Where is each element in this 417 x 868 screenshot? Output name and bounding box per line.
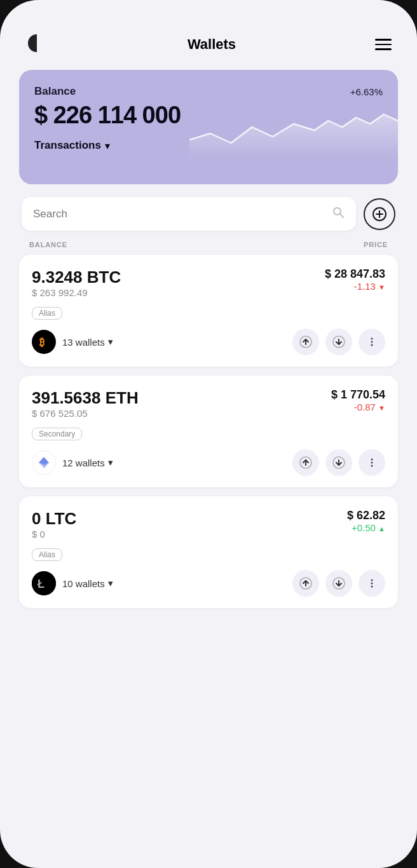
transactions-label: Transactions bbox=[34, 139, 101, 152]
svg-point-32 bbox=[371, 586, 373, 588]
ltc-alias-badge: Alias bbox=[32, 548, 62, 561]
balance-column-header: BALANCE bbox=[29, 241, 67, 248]
svg-point-11 bbox=[371, 338, 373, 340]
svg-point-22 bbox=[371, 462, 373, 464]
svg-point-12 bbox=[371, 341, 373, 343]
ltc-identity: Ł 10 wallets ▾ bbox=[32, 571, 113, 595]
btc-logo: ₿ bbox=[32, 330, 56, 354]
btc-send-button[interactable] bbox=[292, 329, 319, 355]
eth-change: -0.87 bbox=[331, 402, 385, 412]
chevron-down-icon: ▾ bbox=[108, 457, 113, 468]
ltc-actions bbox=[292, 570, 385, 597]
search-input[interactable] bbox=[33, 208, 325, 220]
eth-receive-button[interactable] bbox=[325, 449, 352, 476]
svg-text:Ł: Ł bbox=[38, 578, 44, 590]
ltc-card: 0 LTC $ 0 $ 62.82 +0.50 Alias Ł bbox=[19, 496, 398, 608]
eth-identity: 12 wallets ▾ bbox=[32, 451, 113, 475]
svg-point-31 bbox=[371, 583, 373, 585]
svg-point-23 bbox=[371, 465, 373, 467]
svg-text:₿: ₿ bbox=[39, 337, 44, 348]
logo bbox=[25, 32, 48, 57]
btc-receive-button[interactable] bbox=[325, 329, 352, 355]
search-icon bbox=[332, 206, 345, 222]
ltc-balance: 0 LTC bbox=[32, 509, 76, 529]
svg-marker-0 bbox=[189, 114, 398, 159]
search-box bbox=[22, 197, 356, 231]
btc-change: -1.13 bbox=[325, 281, 385, 292]
svg-point-21 bbox=[371, 459, 373, 461]
eth-alias-badge: Secondary bbox=[32, 428, 82, 440]
eth-actions bbox=[292, 449, 385, 476]
page-title: Wallets bbox=[188, 36, 236, 53]
eth-card: 391.5638 ETH $ 676 525.05 $ 1 770.54 -0.… bbox=[19, 376, 398, 487]
column-headers: BALANCE PRICE bbox=[19, 241, 398, 248]
app-header: Wallets bbox=[19, 32, 398, 70]
ltc-logo: Ł bbox=[32, 571, 56, 595]
chevron-down-icon: ▾ bbox=[105, 140, 110, 152]
ltc-more-button[interactable] bbox=[359, 570, 385, 597]
eth-usd: $ 676 525.05 bbox=[32, 408, 139, 419]
btc-balance: 9.3248 BTC bbox=[32, 268, 121, 287]
btc-more-button[interactable] bbox=[359, 329, 385, 355]
balance-card: Balance +6.63% $ 226 114 000 Transaction… bbox=[19, 70, 398, 184]
btc-identity: ₿ 13 wallets ▾ bbox=[32, 330, 113, 354]
price-column-header: PRICE bbox=[364, 241, 388, 248]
balance-label: Balance bbox=[34, 85, 76, 98]
svg-point-30 bbox=[371, 580, 373, 581]
add-button[interactable] bbox=[364, 198, 395, 230]
btc-price: $ 28 847.83 bbox=[325, 268, 385, 281]
eth-more-button[interactable] bbox=[359, 449, 385, 476]
btc-wallet-count: 13 wallets ▾ bbox=[62, 336, 113, 348]
btc-actions bbox=[292, 329, 385, 355]
ltc-price: $ 62.82 bbox=[347, 509, 385, 522]
ltc-receive-button[interactable] bbox=[325, 570, 352, 597]
btc-card: 9.3248 BTC $ 263 992.49 $ 28 847.83 -1.1… bbox=[19, 255, 398, 367]
svg-point-13 bbox=[371, 344, 373, 346]
chevron-down-icon: ▾ bbox=[108, 336, 113, 348]
svg-line-2 bbox=[340, 214, 343, 217]
ltc-send-button[interactable] bbox=[292, 570, 319, 597]
menu-button[interactable] bbox=[375, 39, 392, 50]
btc-usd: $ 263 992.49 bbox=[32, 287, 121, 298]
eth-wallet-count: 12 wallets ▾ bbox=[62, 457, 113, 468]
ltc-change: +0.50 bbox=[347, 522, 385, 533]
eth-balance: 391.5638 ETH bbox=[32, 388, 139, 408]
ltc-usd: $ 0 bbox=[32, 529, 76, 539]
chevron-down-icon: ▾ bbox=[108, 578, 113, 589]
eth-logo bbox=[32, 451, 56, 475]
balance-chart bbox=[189, 89, 398, 159]
btc-alias-badge: Alias bbox=[32, 307, 62, 320]
ltc-wallet-count: 10 wallets ▾ bbox=[62, 578, 113, 589]
eth-price: $ 1 770.54 bbox=[331, 388, 385, 402]
search-row bbox=[19, 197, 398, 231]
eth-send-button[interactable] bbox=[292, 449, 319, 476]
